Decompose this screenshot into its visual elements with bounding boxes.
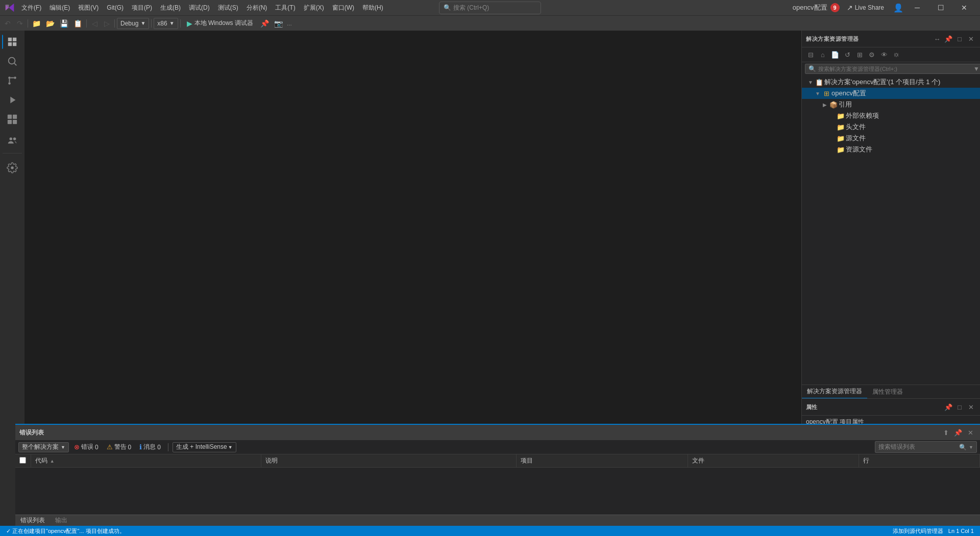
resource-icon: 📁 (837, 145, 845, 154)
new-project-btn[interactable]: 📁 (30, 18, 43, 29)
error-tab-output[interactable]: 输出 (50, 515, 72, 526)
solution-arrow: ▼ (807, 80, 814, 85)
error-count-badge[interactable]: ⊗ 错误 0 (71, 442, 102, 452)
se-tab-solution[interactable]: 解决方案资源管理器 (802, 385, 867, 398)
menu-help[interactable]: 帮助(H) (358, 2, 387, 14)
forward-btn[interactable]: ▷ (101, 18, 112, 29)
error-panel-pin-btn[interactable]: 📌 (952, 427, 964, 438)
open-btn[interactable]: 📂 (44, 18, 57, 29)
extensions-icon[interactable] (3, 110, 21, 129)
menu-test[interactable]: 测试(S) (214, 2, 242, 14)
se-eye-btn[interactable]: 👁 (878, 49, 890, 60)
menu-project[interactable]: 项目(P) (128, 2, 156, 14)
save-btn[interactable]: 💾 (58, 18, 70, 29)
menu-extensions[interactable]: 扩展(X) (300, 2, 328, 14)
menu-debug[interactable]: 调试(D) (185, 2, 214, 14)
se-tab-properties[interactable]: 属性管理器 (867, 386, 908, 398)
error-search[interactable]: 搜索错误列表 🔍 ▼ (875, 441, 977, 453)
menu-build[interactable]: 生成(B) (156, 2, 185, 14)
pin-btn[interactable]: 📌 (258, 18, 271, 29)
error-table-head: 代码 ▲ 说明 项目 文件 行 (15, 454, 980, 468)
se-filter-btn[interactable]: ⊞ (854, 49, 865, 60)
col-code[interactable]: 代码 ▲ (31, 454, 261, 468)
minimize-button[interactable]: ─ (905, 0, 929, 15)
col-checkbox[interactable] (15, 454, 31, 468)
tree-project[interactable]: ▼ ⊞ opencv配置 (802, 88, 980, 99)
tree-resource-files[interactable]: ▶ 📁 资源文件 (802, 144, 980, 155)
solution-explorer-header: 解决方案资源管理器 ↔ 📌 □ ✕ (802, 31, 980, 47)
col-line[interactable]: 行 (859, 454, 979, 468)
team-icon[interactable] (3, 132, 21, 150)
tree-header-files[interactable]: ▶ 📁 头文件 (802, 121, 980, 133)
se-refresh-btn[interactable]: ↺ (842, 49, 853, 60)
tree-solution[interactable]: ▼ 📋 解决方案'opencv配置'(1 个项目/共 1 个) (802, 76, 980, 88)
panel-sync-btn[interactable]: ↔ (932, 34, 942, 44)
svg-point-10 (13, 138, 16, 141)
solution-label: 解决方案'opencv配置'(1 个项目/共 1 个) (824, 78, 940, 87)
error-tab-errors[interactable]: 错误列表 (15, 515, 50, 526)
settings-icon[interactable] (3, 159, 21, 177)
menu-edit[interactable]: 编辑(E) (45, 2, 74, 14)
se-collapse-btn[interactable]: ⊟ (805, 49, 816, 60)
menu-git[interactable]: Git(G) (103, 2, 128, 13)
back-btn[interactable]: ◁ (89, 18, 100, 29)
status-position[interactable]: Ln 1 Col 1 (946, 528, 976, 534)
select-all-checkbox[interactable] (19, 457, 26, 464)
warning-count-badge[interactable]: ⚠ 警告 0 (104, 442, 135, 452)
platform-dropdown[interactable]: x86 ▼ (154, 18, 178, 29)
tree-external-deps[interactable]: ▶ 📁 外部依赖项 (802, 110, 980, 121)
maximize-button[interactable]: ☐ (929, 0, 952, 15)
se-search-input[interactable] (818, 66, 971, 72)
menu-analyze[interactable]: 分析(N) (242, 2, 272, 14)
git-icon[interactable] (3, 71, 21, 90)
sort-code-icon: ▲ (50, 458, 55, 464)
se-settings-btn[interactable]: ⚙ (866, 49, 877, 60)
explorer-icon[interactable] (3, 33, 21, 51)
menu-window[interactable]: 窗口(W) (328, 2, 358, 14)
build-filter-dropdown[interactable]: 生成 + IntelliSense ▼ (173, 442, 236, 452)
live-share-button[interactable]: ↗ Live Share (843, 2, 888, 14)
toolbar-separator-1 (28, 19, 28, 28)
run-button[interactable]: ▶ 本地 Windows 调试器 (183, 18, 257, 29)
panel-expand-btn[interactable]: □ (954, 34, 965, 44)
notification-badge[interactable]: 9 (830, 3, 840, 12)
col-desc[interactable]: 说明 (261, 454, 517, 468)
se-search[interactable]: 🔍 ▼ (805, 64, 980, 74)
debug-config-dropdown[interactable]: Debug ▼ (117, 18, 149, 29)
menu-tools[interactable]: 工具(T) (271, 2, 299, 14)
search-activity-icon[interactable] (3, 52, 21, 70)
tree-source-files[interactable]: ▶ 📁 源文件 (802, 133, 980, 144)
info-count-badge[interactable]: ℹ 消息 0 (136, 442, 164, 452)
error-filter-dropdown[interactable]: 整个解决方案 ▼ (18, 442, 69, 452)
save-all-btn[interactable]: 📋 (71, 18, 84, 29)
se-home-btn[interactable]: ⌂ (817, 49, 828, 60)
col-file[interactable]: 文件 (688, 454, 859, 468)
screenshot-btn[interactable]: 📷 (272, 18, 285, 29)
panel-pin-btn[interactable]: 📌 (943, 34, 953, 44)
global-search[interactable]: 🔍 搜索 (Ctrl+Q) (439, 2, 541, 14)
close-button[interactable]: ✕ (952, 0, 976, 15)
error-panel-actions: ⬆ 📌 ✕ (940, 427, 976, 438)
status-source-control[interactable]: 添加到源代码管理器 (891, 527, 945, 535)
undo-button[interactable]: ↶ (2, 18, 13, 29)
se-search-btn[interactable]: ▼ (973, 65, 979, 72)
debug-activity-icon[interactable] (3, 91, 21, 109)
platform-arrow: ▼ (169, 20, 175, 26)
warning-icon: ⚠ (107, 443, 113, 451)
menu-file[interactable]: 文件(F) (17, 2, 45, 14)
se-show-files-btn[interactable]: 📄 (829, 49, 841, 60)
prop-expand-btn[interactable]: □ (954, 402, 965, 412)
error-panel-close-btn[interactable]: ✕ (965, 427, 976, 438)
panel-close-btn[interactable]: ✕ (966, 34, 976, 44)
menu-view[interactable]: 视图(V) (74, 2, 103, 14)
account-icon[interactable]: 👤 (891, 3, 905, 13)
prop-close-btn[interactable]: ✕ (966, 402, 976, 412)
col-project[interactable]: 项目 (517, 454, 688, 468)
prop-pin-btn[interactable]: 📌 (943, 402, 953, 412)
error-panel: 错误列表 ⬆ 📌 ✕ 整个解决方案 ▼ ⊗ 错误 0 ⚠ 警告 0 ℹ 消息 0… (15, 424, 980, 526)
se-config-btn[interactable]: ⛭ (891, 49, 902, 60)
error-panel-expand-btn[interactable]: ⬆ (940, 427, 951, 438)
tree-references[interactable]: ▶ 📦 引用 (802, 99, 980, 110)
redo-button[interactable]: ↷ (14, 18, 26, 29)
error-label: 错误 (81, 443, 93, 451)
